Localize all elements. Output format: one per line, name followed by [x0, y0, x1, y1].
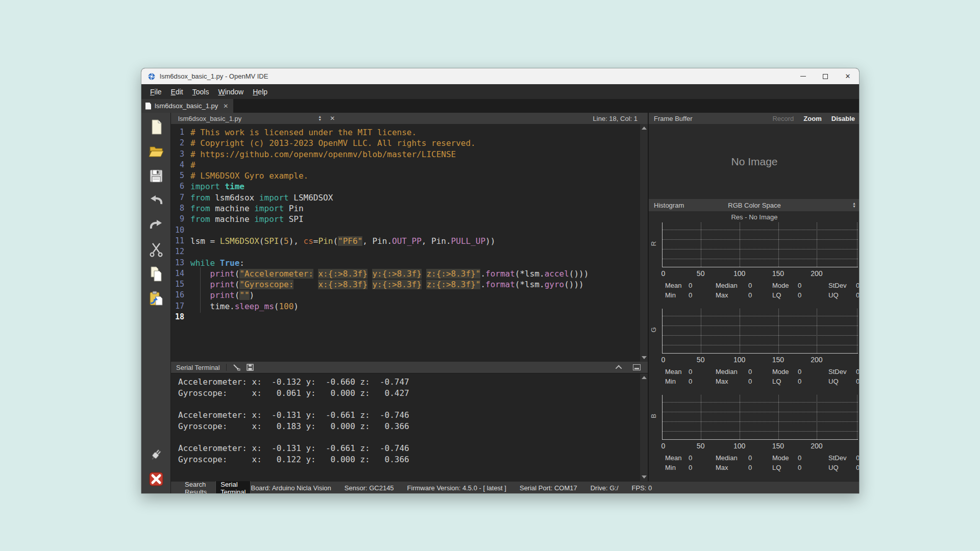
terminal-text: Accelerometer: x: -0.132 y: -0.660 z: -0…: [178, 377, 648, 465]
line-number: 16: [171, 290, 190, 300]
line-number: 4: [171, 160, 190, 170]
stat-max: Max0: [716, 464, 772, 471]
disconnect-button[interactable]: [146, 469, 166, 489]
cursor-position: Line: 18, Col: 1: [593, 115, 638, 122]
open-folder-button[interactable]: [146, 141, 166, 162]
collapse-up-icon[interactable]: [616, 365, 622, 371]
menu-edit[interactable]: Edit: [166, 86, 188, 97]
connect-icon: [148, 446, 164, 463]
window-title: lsm6dsox_basic_1.py - OpenMV IDE: [160, 72, 268, 80]
editor-column: lsm6dsox_basic_1.py ▲▼ ✕ Line: 18, Col: …: [171, 113, 648, 481]
code-line: 11lsm = LSM6DSOX(SPI(5), cs=Pin("PF6", P…: [171, 236, 648, 246]
title-bar[interactable]: lsm6dsox_basic_1.py - OpenMV IDE ✕: [141, 68, 859, 84]
redo-icon: [148, 217, 164, 233]
clear-icon[interactable]: [233, 364, 240, 371]
frame-buffer-panel: Frame Buffer RecordZoomDisable No Image …: [648, 113, 860, 481]
panel-icon[interactable]: [633, 364, 641, 370]
code-text: from machine import SPI: [190, 214, 304, 224]
channel-label: G: [650, 325, 657, 335]
separator: [226, 364, 227, 371]
code-text: print("Gyroscope: x:{:>8.3f} y:{:>8.3f} …: [190, 279, 584, 290]
editor-close-icon[interactable]: ✕: [330, 115, 335, 122]
file-selector-dropdown[interactable]: ▲▼: [318, 115, 322, 121]
menu-help[interactable]: Help: [248, 86, 272, 97]
stat-lq: LQ0: [772, 464, 828, 471]
line-number: 6: [171, 181, 190, 192]
code-text: # https://github.com/openmv/openmv/blob/…: [190, 149, 456, 160]
copy-button[interactable]: [146, 264, 166, 284]
close-button[interactable]: ✕: [837, 68, 859, 84]
stat-mode: Mode0: [772, 368, 828, 375]
line-number: 7: [171, 192, 190, 203]
document-tab-row: lsm6dsox_basic_1.py ✕: [141, 99, 859, 113]
stat-min: Min0: [665, 291, 716, 299]
line-number: 2: [171, 138, 190, 148]
histogram-plot: [662, 395, 858, 440]
histogram-channel-B: B050100150200Mean0Median0Mode0StDev0Min0…: [649, 395, 860, 481]
paste-button[interactable]: [146, 288, 166, 309]
serial-terminal-output[interactable]: Accelerometer: x: -0.132 y: -0.660 z: -0…: [171, 373, 648, 481]
code-line: 12: [171, 246, 648, 257]
line-number: 12: [171, 246, 190, 257]
maximize-button[interactable]: [814, 68, 837, 84]
scroll-up-icon[interactable]: [642, 127, 647, 130]
menu-window[interactable]: Window: [213, 86, 248, 97]
stat-median: Median0: [716, 454, 772, 462]
color-space-select[interactable]: RGB Color Space: [649, 202, 860, 209]
code-line: 7from lsm6dsox import LSM6DSOX: [171, 192, 648, 203]
code-text: print(""): [190, 290, 254, 300]
status-serial-port: Serial Port: COM17: [520, 484, 577, 492]
minimize-button[interactable]: [792, 68, 814, 84]
scroll-down-icon[interactable]: [642, 356, 647, 359]
minimize-icon: [800, 76, 806, 77]
document-tab[interactable]: lsm6dsox_basic_1.py ✕: [141, 99, 233, 113]
menu-tools[interactable]: Tools: [188, 86, 214, 97]
frame-buffer-title: Frame Buffer: [654, 115, 693, 122]
connect-button[interactable]: [146, 444, 166, 465]
line-number: 11: [171, 236, 190, 246]
histogram-plot: [662, 222, 858, 267]
channel-stats: Mean0Median0Mode0StDev0Min0Max0LQ0UQ0: [662, 368, 858, 385]
editor-scrollbar[interactable]: [640, 124, 648, 362]
serial-terminal-header: Serial Terminal: [171, 362, 648, 373]
code-line: 3# https://github.com/openmv/openmv/blob…: [171, 149, 648, 160]
x-axis-ticks: 050100150200: [662, 267, 858, 280]
code-line: 5# LSM6DSOX Gyro example.: [171, 170, 648, 181]
save-log-icon[interactable]: [247, 364, 254, 371]
terminal-scrollbar[interactable]: [640, 373, 648, 481]
code-editor[interactable]: 1# This work is licensed under the MIT l…: [171, 124, 648, 362]
scroll-down-icon[interactable]: [642, 475, 647, 479]
code-line: 1# This work is licensed under the MIT l…: [171, 127, 648, 138]
stat-mode: Mode0: [772, 282, 828, 289]
code-line: 15 print("Gyroscope: x:{:>8.3f} y:{:>8.3…: [171, 279, 648, 290]
line-number: 18: [171, 312, 190, 322]
record-button: Record: [772, 115, 794, 122]
scroll-up-icon[interactable]: [642, 376, 647, 379]
menu-file[interactable]: File: [145, 86, 166, 97]
cut-icon: [148, 241, 164, 258]
undo-button[interactable]: [146, 190, 166, 211]
line-number: 13: [171, 258, 190, 268]
status-bar: Search ResultsSerial Terminal Board: Ard…: [171, 481, 859, 494]
editor-header: lsm6dsox_basic_1.py ▲▼ ✕ Line: 18, Col: …: [171, 113, 648, 124]
channel-label: R: [650, 239, 657, 249]
stat-lq: LQ0: [772, 378, 828, 385]
menu-bar: FileEditToolsWindowHelp: [141, 84, 859, 99]
histogram-bar: RGB Color Space Histogram ▲▼: [649, 199, 860, 211]
stat-max: Max0: [716, 378, 772, 385]
stat-uq: UQ0: [828, 378, 860, 385]
zoom-button[interactable]: Zoom: [803, 115, 821, 122]
redo-button[interactable]: [146, 215, 166, 235]
line-number: 5: [171, 170, 190, 181]
save-button[interactable]: [146, 166, 166, 186]
code-line: 2# Copyright (c) 2013-2023 OpenMV LLC. A…: [171, 138, 648, 148]
line-number: 17: [171, 301, 190, 312]
frame-buffer-header: Frame Buffer RecordZoomDisable: [649, 113, 860, 124]
stat-stdev: StDev0: [828, 282, 860, 289]
stat-mean: Mean0: [665, 282, 716, 289]
cut-button[interactable]: [146, 239, 166, 260]
tab-close-icon[interactable]: ✕: [223, 103, 228, 110]
new-file-button[interactable]: [146, 117, 166, 137]
disable-button[interactable]: Disable: [831, 115, 855, 122]
histogram-plot: [662, 309, 858, 354]
